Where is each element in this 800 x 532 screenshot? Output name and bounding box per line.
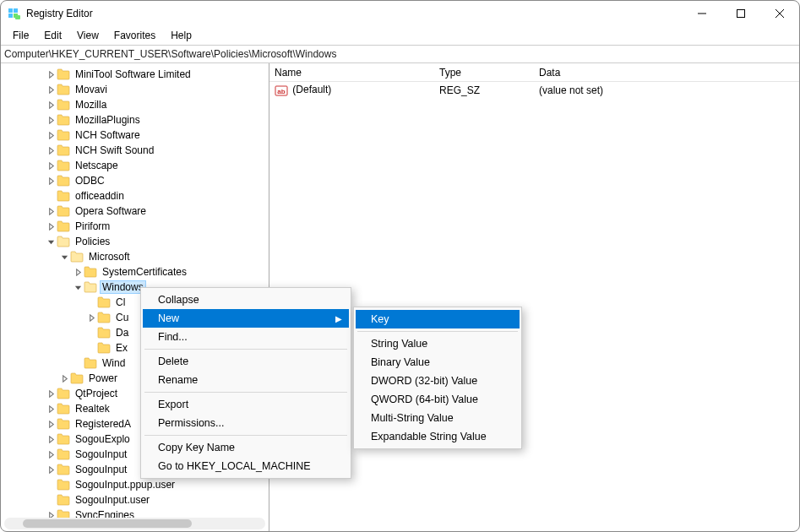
tree-node[interactable]: SogouInput.ppup.user — [1, 477, 269, 492]
chevron-right-icon[interactable] — [45, 162, 57, 170]
chevron-right-icon[interactable] — [45, 451, 57, 459]
ctx-goto-hklm[interactable]: Go to HKEY_LOCAL_MACHINE — [143, 457, 349, 475]
ctx-collapse[interactable]: Collapse — [143, 290, 349, 309]
tree-node[interactable]: Movavi — [1, 82, 269, 97]
col-header-type[interactable]: Type — [434, 67, 534, 79]
tree-node-label: Da — [114, 327, 130, 339]
ctx-new-label: New — [158, 312, 179, 324]
tree-node[interactable]: Piriform — [1, 219, 269, 234]
folder-icon — [57, 236, 70, 247]
cell-name: ab (Default) — [269, 84, 434, 97]
value-name: (Default) — [292, 84, 331, 95]
folder-icon — [84, 357, 97, 369]
ctx-export[interactable]: Export — [143, 395, 349, 414]
tree-node-label: SystemCertificates — [101, 266, 188, 278]
folder-icon — [57, 479, 70, 491]
menu-view[interactable]: View — [70, 28, 106, 43]
chevron-right-icon[interactable] — [45, 86, 57, 94]
chevron-right-icon[interactable] — [85, 314, 97, 322]
horizontal-scrollbar[interactable] — [4, 518, 265, 529]
ctx-find[interactable]: Find... — [143, 328, 349, 346]
ctx-new[interactable]: New ▶ — [143, 309, 349, 328]
chevron-right-icon[interactable] — [45, 71, 57, 79]
tree-node[interactable]: MozillaPlugins — [1, 112, 269, 128]
close-button[interactable] — [760, 1, 799, 26]
chevron-right-icon[interactable] — [45, 147, 57, 155]
tree-node-label: officeaddin — [73, 190, 126, 202]
ctx-permissions[interactable]: Permissions... — [143, 414, 349, 432]
minimize-button[interactable] — [683, 1, 721, 26]
col-header-name[interactable]: Name — [269, 67, 434, 79]
chevron-right-icon[interactable] — [45, 223, 57, 231]
separator — [144, 435, 347, 436]
chevron-right-icon[interactable] — [58, 375, 70, 383]
tree-node[interactable]: SogouInput.user — [1, 492, 269, 508]
folder-icon — [57, 388, 70, 399]
ctx-copy-key-name[interactable]: Copy Key Name — [143, 438, 349, 457]
chevron-right-icon[interactable] — [45, 208, 57, 215]
chevron-right-icon[interactable] — [45, 405, 57, 413]
tree-node-label: SogouInput.ppup.user — [73, 479, 177, 491]
tree-node-label: Policies — [73, 236, 112, 247]
title-bar: Registry Editor — [1, 1, 799, 26]
folder-icon — [57, 160, 70, 171]
chevron-right-icon[interactable] — [45, 132, 57, 139]
cell-data: (value not set) — [534, 84, 799, 96]
chevron-right-icon[interactable] — [72, 269, 84, 276]
tree-node[interactable]: Mozilla — [1, 97, 269, 112]
chevron-down-icon[interactable] — [58, 253, 70, 261]
tree-node[interactable]: NCH Software — [1, 128, 269, 143]
menu-edit[interactable]: Edit — [37, 28, 68, 43]
tree-node[interactable]: Policies — [1, 234, 269, 249]
tree-node-label: ODBC — [73, 175, 106, 187]
new-binary-value[interactable]: Binary Value — [356, 353, 520, 372]
folder-icon — [70, 372, 84, 384]
chevron-right-icon[interactable] — [45, 421, 57, 428]
folder-icon — [97, 312, 111, 323]
string-value-icon: ab — [275, 84, 288, 97]
menu-help[interactable]: Help — [164, 28, 199, 43]
ctx-rename[interactable]: Rename — [143, 371, 349, 389]
new-key[interactable]: Key — [356, 310, 520, 328]
new-multistring-value[interactable]: Multi-String Value — [356, 409, 520, 427]
chevron-right-icon[interactable] — [45, 117, 57, 124]
chevron-right-icon[interactable] — [45, 436, 57, 443]
tree-node[interactable]: NCH Swift Sound — [1, 143, 269, 158]
new-expandstring-value[interactable]: Expandable String Value — [356, 427, 520, 446]
new-dword-value[interactable]: DWORD (32-bit) Value — [356, 372, 520, 390]
tree-node[interactable]: Opera Software — [1, 204, 269, 219]
scrollbar-thumb[interactable] — [23, 519, 192, 528]
new-qword-value[interactable]: QWORD (64-bit) Value — [356, 390, 520, 409]
tree-node-label: Movavi — [73, 84, 109, 95]
list-row[interactable]: ab (Default) REG_SZ (value not set) — [269, 82, 799, 99]
folder-icon — [57, 220, 70, 232]
main-split: MiniTool Software LimitedMovaviMozillaMo… — [1, 63, 799, 531]
tree-node[interactable]: ODBC — [1, 173, 269, 188]
folder-icon — [97, 296, 111, 308]
separator — [357, 331, 518, 332]
chevron-right-icon[interactable] — [45, 101, 57, 109]
chevron-right-icon[interactable] — [45, 177, 57, 185]
maximize-button[interactable] — [721, 1, 760, 26]
tree-node-label: MiniTool Software Limited — [73, 68, 193, 80]
new-string-value[interactable]: String Value — [356, 334, 520, 353]
tree-node-label: Cu — [114, 312, 130, 323]
tree-node-label: SogouInput.user — [73, 494, 151, 506]
tree-node[interactable]: Microsoft — [1, 249, 269, 264]
context-submenu-new: Key String Value Binary Value DWORD (32-… — [353, 307, 522, 449]
tree-node[interactable]: officeaddin — [1, 188, 269, 204]
chevron-right-icon[interactable] — [45, 466, 57, 474]
menu-favorites[interactable]: Favorites — [107, 28, 162, 43]
col-header-data[interactable]: Data — [534, 67, 799, 79]
tree-node-label: Ex — [114, 342, 129, 354]
chevron-down-icon[interactable] — [72, 284, 84, 291]
chevron-down-icon[interactable] — [45, 238, 57, 246]
menu-file[interactable]: File — [6, 28, 35, 43]
chevron-right-icon[interactable] — [45, 390, 57, 398]
tree-node[interactable]: SystemCertificates — [1, 264, 269, 280]
tree-node[interactable]: Netscape — [1, 158, 269, 173]
ctx-delete[interactable]: Delete — [143, 352, 349, 371]
address-bar[interactable]: Computer\HKEY_CURRENT_USER\Software\Poli… — [1, 45, 799, 63]
cell-type: REG_SZ — [434, 84, 534, 96]
tree-node[interactable]: MiniTool Software Limited — [1, 67, 269, 82]
